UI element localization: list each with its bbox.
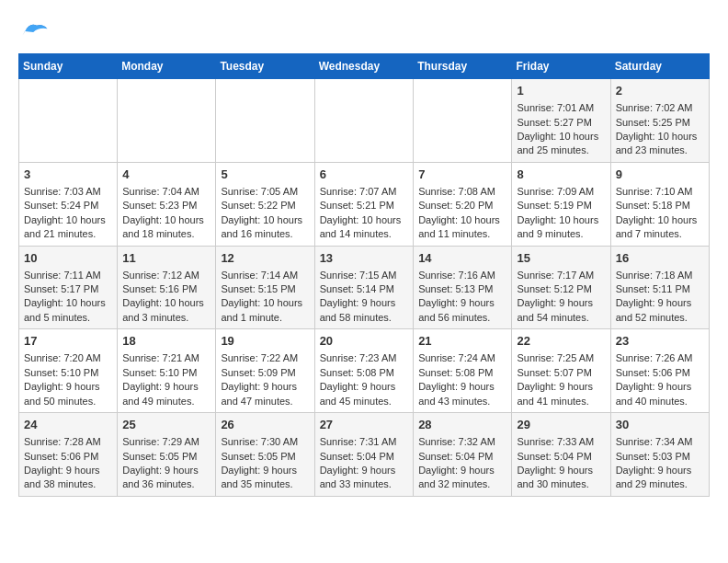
cell-content: Daylight: 9 hours and 40 minutes. — [616, 380, 704, 408]
day-number: 5 — [221, 167, 309, 183]
calendar-cell: 5Sunrise: 7:05 AMSunset: 5:22 PMDaylight… — [216, 162, 314, 246]
calendar-cell: 14Sunrise: 7:16 AMSunset: 5:13 PMDayligh… — [414, 246, 512, 329]
day-number: 10 — [24, 250, 112, 267]
cell-content: Sunset: 5:14 PM — [320, 282, 409, 296]
day-number: 28 — [418, 417, 506, 433]
cell-content: Sunrise: 7:04 AM — [122, 185, 210, 199]
cell-content: Sunset: 5:21 PM — [320, 199, 409, 213]
cell-content: Sunrise: 7:23 AM — [320, 351, 409, 365]
cell-content: Sunrise: 7:29 AM — [122, 435, 210, 449]
cell-content: Sunset: 5:25 PM — [616, 116, 704, 130]
day-number: 21 — [418, 333, 506, 350]
cell-content: Daylight: 9 hours and 49 minutes. — [122, 380, 210, 408]
day-number: 12 — [221, 250, 309, 267]
cell-content: Sunset: 5:06 PM — [616, 366, 704, 380]
cell-content: Sunrise: 7:11 AM — [24, 269, 112, 282]
cell-content: Sunrise: 7:10 AM — [616, 185, 704, 199]
cell-content: Sunrise: 7:18 AM — [616, 269, 704, 282]
day-number: 27 — [320, 417, 409, 433]
cell-content: Sunset: 5:27 PM — [517, 116, 605, 130]
cell-content: Sunset: 5:12 PM — [517, 282, 605, 296]
calendar-cell: 18Sunrise: 7:21 AMSunset: 5:10 PMDayligh… — [118, 329, 216, 413]
calendar-cell: 24Sunrise: 7:28 AMSunset: 5:06 PMDayligh… — [19, 413, 118, 497]
day-number: 23 — [616, 333, 704, 350]
cell-content: Daylight: 9 hours and 50 minutes. — [24, 380, 112, 408]
cell-content: Sunrise: 7:05 AM — [221, 185, 309, 199]
calendar-week-row: 3Sunrise: 7:03 AMSunset: 5:24 PMDaylight… — [19, 162, 710, 246]
calendar-cell: 28Sunrise: 7:32 AMSunset: 5:04 PMDayligh… — [414, 413, 512, 497]
day-number: 8 — [517, 167, 605, 183]
cell-content: Daylight: 10 hours and 14 minutes. — [320, 213, 409, 242]
calendar-cell: 29Sunrise: 7:33 AMSunset: 5:04 PMDayligh… — [512, 413, 610, 497]
calendar-cell: 19Sunrise: 7:22 AMSunset: 5:09 PMDayligh… — [216, 329, 314, 413]
cell-content: Sunrise: 7:24 AM — [418, 351, 506, 365]
day-number: 9 — [616, 167, 704, 183]
day-number: 11 — [122, 250, 210, 267]
calendar-cell: 6Sunrise: 7:07 AMSunset: 5:21 PMDaylight… — [314, 162, 414, 246]
cell-content: Sunset: 5:05 PM — [122, 450, 210, 464]
day-number: 25 — [122, 417, 210, 433]
cell-content: Daylight: 10 hours and 9 minutes. — [517, 213, 605, 242]
calendar-cell: 26Sunrise: 7:30 AMSunset: 5:05 PMDayligh… — [216, 413, 314, 497]
cell-content: Sunrise: 7:25 AM — [517, 351, 605, 365]
cell-content: Daylight: 9 hours and 29 minutes. — [616, 464, 704, 492]
cell-content: Sunset: 5:20 PM — [418, 199, 506, 213]
day-number: 7 — [418, 167, 506, 183]
calendar-header-row: SundayMondayTuesdayWednesdayThursdayFrid… — [19, 54, 710, 79]
day-number: 19 — [221, 333, 309, 350]
cell-content: Sunset: 5:08 PM — [418, 366, 506, 380]
cell-content: Daylight: 10 hours and 7 minutes. — [616, 213, 704, 242]
cell-content: Sunrise: 7:32 AM — [418, 435, 506, 449]
cell-content: Daylight: 9 hours and 35 minutes. — [221, 464, 309, 492]
cell-content: Sunrise: 7:03 AM — [24, 185, 112, 199]
day-number: 2 — [616, 83, 704, 99]
header-friday: Friday — [512, 54, 610, 79]
cell-content: Sunset: 5:07 PM — [517, 366, 605, 380]
cell-content: Daylight: 9 hours and 45 minutes. — [320, 380, 409, 408]
calendar-cell — [216, 79, 314, 163]
calendar-cell: 20Sunrise: 7:23 AMSunset: 5:08 PMDayligh… — [314, 329, 414, 413]
cell-content: Sunrise: 7:12 AM — [122, 269, 210, 282]
cell-content: Sunset: 5:19 PM — [517, 199, 605, 213]
calendar-cell: 7Sunrise: 7:08 AMSunset: 5:20 PMDaylight… — [414, 162, 512, 246]
calendar-cell: 27Sunrise: 7:31 AMSunset: 5:04 PMDayligh… — [314, 413, 414, 497]
cell-content: Daylight: 10 hours and 18 minutes. — [122, 213, 210, 242]
calendar-cell: 17Sunrise: 7:20 AMSunset: 5:10 PMDayligh… — [19, 329, 118, 413]
calendar-week-row: 17Sunrise: 7:20 AMSunset: 5:10 PMDayligh… — [19, 329, 710, 413]
day-number: 29 — [517, 417, 605, 433]
cell-content: Sunset: 5:13 PM — [418, 282, 506, 296]
cell-content: Daylight: 9 hours and 52 minutes. — [616, 296, 704, 325]
calendar-cell: 8Sunrise: 7:09 AMSunset: 5:19 PMDaylight… — [512, 162, 610, 246]
header-tuesday: Tuesday — [216, 54, 314, 79]
day-number: 6 — [320, 167, 409, 183]
cell-content: Sunrise: 7:28 AM — [24, 435, 112, 449]
cell-content: Daylight: 10 hours and 21 minutes. — [24, 213, 112, 242]
cell-content: Sunset: 5:03 PM — [616, 450, 704, 464]
cell-content: Daylight: 10 hours and 16 minutes. — [221, 213, 309, 242]
calendar-cell: 15Sunrise: 7:17 AMSunset: 5:12 PMDayligh… — [512, 246, 610, 329]
cell-content: Daylight: 9 hours and 36 minutes. — [122, 464, 210, 492]
cell-content: Sunrise: 7:02 AM — [616, 101, 704, 115]
cell-content: Sunset: 5:08 PM — [320, 366, 409, 380]
header-monday: Monday — [118, 54, 216, 79]
cell-content: Daylight: 9 hours and 32 minutes. — [418, 464, 506, 492]
calendar-cell: 21Sunrise: 7:24 AMSunset: 5:08 PMDayligh… — [414, 329, 512, 413]
cell-content: Sunset: 5:04 PM — [418, 450, 506, 464]
cell-content: Daylight: 9 hours and 47 minutes. — [221, 380, 309, 408]
day-number: 30 — [616, 417, 704, 433]
day-number: 22 — [517, 333, 605, 350]
calendar: SundayMondayTuesdayWednesdayThursdayFrid… — [18, 53, 710, 497]
calendar-cell: 10Sunrise: 7:11 AMSunset: 5:17 PMDayligh… — [19, 246, 118, 329]
cell-content: Sunrise: 7:07 AM — [320, 185, 409, 199]
day-number: 20 — [320, 333, 409, 350]
calendar-week-row: 1Sunrise: 7:01 AMSunset: 5:27 PMDaylight… — [19, 79, 710, 163]
header-sunday: Sunday — [19, 54, 118, 79]
calendar-cell: 30Sunrise: 7:34 AMSunset: 5:03 PMDayligh… — [610, 413, 709, 497]
cell-content: Sunset: 5:18 PM — [616, 199, 704, 213]
day-number: 24 — [24, 417, 112, 433]
calendar-cell — [414, 79, 512, 163]
day-number: 4 — [122, 167, 210, 183]
cell-content: Sunrise: 7:34 AM — [616, 435, 704, 449]
calendar-cell — [118, 79, 216, 163]
calendar-cell: 11Sunrise: 7:12 AMSunset: 5:16 PMDayligh… — [118, 246, 216, 329]
